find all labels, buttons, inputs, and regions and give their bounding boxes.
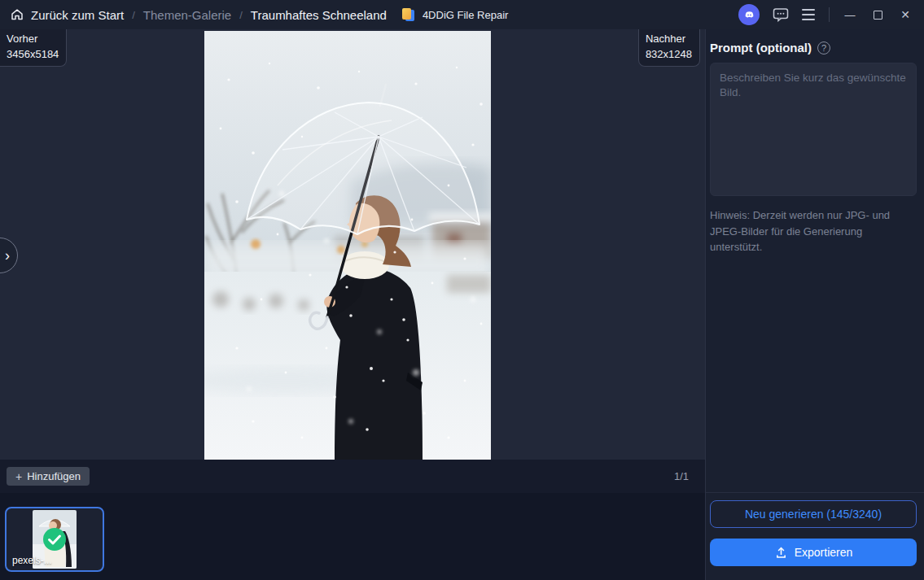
after-label: Nachher xyxy=(646,32,692,47)
titlebar-divider xyxy=(829,7,830,22)
thumbnail-item[interactable]: pexels-... xyxy=(5,507,104,572)
app-title: 4DDiG File Repair xyxy=(423,9,508,21)
app-window: Zurück zum Start / Themen-Galerie / Trau… xyxy=(0,0,924,580)
breadcrumb-separator: / xyxy=(132,9,135,21)
action-section: Neu generieren (145/3240) Exportieren xyxy=(706,492,924,580)
export-label: Exportieren xyxy=(795,546,853,559)
breadcrumb-back-to-start[interactable]: Zurück zum Start xyxy=(31,8,124,22)
export-button[interactable]: Exportieren xyxy=(710,539,917,566)
titlebar: Zurück zum Start / Themen-Galerie / Trau… xyxy=(0,0,924,29)
file-toolbar: + Hinzufügen 1/1 xyxy=(0,460,705,493)
after-size-tag: Nachher 832x1248 xyxy=(638,29,700,67)
add-file-label: Hinzufügen xyxy=(27,470,81,482)
prompt-input[interactable] xyxy=(710,63,917,196)
content: Vorher 3456x5184 Nachher 832x1248 › + Hi… xyxy=(0,29,924,580)
after-size: 832x1248 xyxy=(646,47,692,63)
thumbnail-filename: pexels-... xyxy=(12,555,52,566)
regenerate-button[interactable]: Neu generieren (145/3240) xyxy=(710,500,917,528)
titlebar-controls: — ✕ xyxy=(738,0,924,29)
upload-icon xyxy=(774,546,788,560)
app-logo-icon xyxy=(401,7,416,22)
maximize-button[interactable] xyxy=(864,0,891,29)
format-hint: Hinweis: Derzeit werden nur JPG- und JPE… xyxy=(710,207,917,255)
help-icon[interactable]: ? xyxy=(817,41,830,55)
filmstrip: pexels-... xyxy=(0,493,705,580)
breadcrumb-current-theme: Traumhaftes Schneeland xyxy=(251,8,387,22)
menu-icon[interactable] xyxy=(795,0,822,29)
close-button[interactable]: ✕ xyxy=(891,0,919,29)
file-counter: 1/1 xyxy=(674,470,689,482)
plus-icon: + xyxy=(15,471,22,482)
feedback-chat-icon[interactable] xyxy=(767,0,795,29)
add-file-button[interactable]: + Hinzufügen xyxy=(7,467,90,486)
check-circle-icon xyxy=(42,527,67,552)
before-size: 3456x5184 xyxy=(7,47,59,63)
before-label: Vorher xyxy=(7,32,59,47)
chevron-right-icon: › xyxy=(5,247,10,264)
minimize-button[interactable]: — xyxy=(836,0,864,29)
image-canvas: Vorher 3456x5184 Nachher 832x1248 › xyxy=(0,29,705,460)
breadcrumb-separator: / xyxy=(239,9,243,21)
preview-photo xyxy=(204,31,491,460)
discord-icon[interactable] xyxy=(738,4,760,25)
expand-sidebar-button[interactable]: › xyxy=(0,238,18,273)
before-size-tag: Vorher 3456x5184 xyxy=(0,29,67,67)
prompt-title: Prompt (optional) xyxy=(710,41,812,55)
preview-pane: Vorher 3456x5184 Nachher 832x1248 › + Hi… xyxy=(0,29,706,580)
prompt-panel: Prompt (optional) ? Hinweis: Derzeit wer… xyxy=(706,29,924,580)
breadcrumb-theme-gallery[interactable]: Themen-Galerie xyxy=(143,8,231,22)
home-icon[interactable] xyxy=(10,7,24,22)
prompt-section: Prompt (optional) ? Hinweis: Derzeit wer… xyxy=(706,29,924,492)
app-badge: 4DDiG File Repair xyxy=(401,7,508,22)
